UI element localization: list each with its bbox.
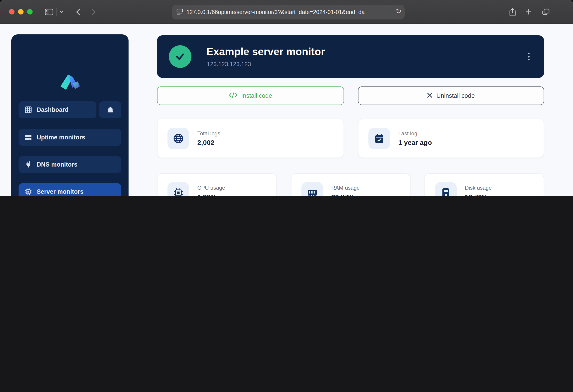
minimize-window-button[interactable] <box>18 9 23 15</box>
sidebar-item-dashboard[interactable]: Dashboard <box>18 101 96 118</box>
stat-last-log: Last log 1 year ago <box>358 119 544 158</box>
more-options-button[interactable] <box>525 51 532 62</box>
sidebar-item-dns-monitors[interactable]: DNS monitors <box>18 156 121 173</box>
sidebar-item-label: Uptime monitors <box>37 134 85 141</box>
page-title: Example server monitor <box>206 46 325 58</box>
chip-icon <box>167 182 189 196</box>
main-content: Example server monitor 123.123.123.123 I… <box>157 24 544 196</box>
stat-ram-usage: RAM usage 30.87% <box>291 173 411 196</box>
calendar-check-icon <box>368 127 390 149</box>
stat-total-logs: Total logs 2,002 <box>157 119 344 158</box>
sidebar-item-label: Server monitors <box>37 188 84 195</box>
zoom-window-button[interactable] <box>27 9 33 15</box>
stat-disk-usage: Disk usage 16.70% <box>425 173 544 196</box>
stat-cpu-usage: CPU usage 1.30% <box>157 173 277 196</box>
chip-icon <box>24 188 32 195</box>
stat-label: Disk usage <box>465 185 492 191</box>
server-stack-icon <box>24 134 32 141</box>
stat-value: 1 year ago <box>398 139 432 146</box>
share-icon[interactable] <box>506 6 519 18</box>
stat-value: 30.87% <box>331 193 359 196</box>
stat-label: Total logs <box>197 130 220 137</box>
stat-label: Last log <box>398 130 432 137</box>
tab-overview-icon[interactable] <box>539 6 552 18</box>
forward-button[interactable] <box>87 6 100 18</box>
reload-icon[interactable]: ↻ <box>396 7 401 15</box>
stat-label: CPU usage <box>197 185 225 191</box>
status-up-icon <box>169 45 192 68</box>
install-code-button[interactable]: Install code <box>157 87 344 105</box>
globe-icon <box>167 127 189 149</box>
sidebar-item-uptime-monitors[interactable]: Uptime monitors <box>18 129 121 146</box>
uninstall-code-button[interactable]: Uninstall code <box>358 87 544 105</box>
monitor-ip: 123.123.123.123 <box>207 61 251 68</box>
sidebar-item-label: DNS monitors <box>37 161 77 168</box>
address-bar[interactable]: 127.0.0.1/66uptime/server-monitor/3?&sta… <box>172 5 405 19</box>
back-button[interactable] <box>72 6 84 18</box>
memory-icon <box>302 182 323 196</box>
stat-value: 1.30% <box>197 193 225 196</box>
page-settings-icon[interactable] <box>177 8 183 16</box>
sidebar-item-server-monitors[interactable]: Server monitors <box>18 183 121 196</box>
stat-label: RAM usage <box>331 185 359 191</box>
browser-window: 127.0.0.1/66uptime/server-monitor/3?&sta… <box>0 0 573 196</box>
hard-drive-icon <box>435 182 457 196</box>
stat-value: 16.70% <box>465 193 492 196</box>
sidebar-item-label: Dashboard <box>37 106 69 113</box>
chevron-down-icon[interactable] <box>56 6 66 18</box>
monitor-header-card: Example server monitor 123.123.123.123 <box>157 35 544 78</box>
grid-icon <box>24 106 32 113</box>
screenshot-stage: 127.0.0.1/66uptime/server-monitor/3?&sta… <box>0 0 573 196</box>
plug-icon <box>24 161 32 168</box>
sidebar-toggle-icon[interactable] <box>43 6 55 18</box>
browser-toolbar: 127.0.0.1/66uptime/server-monitor/3?&sta… <box>0 0 573 24</box>
app-logo[interactable] <box>11 73 128 92</box>
close-window-button[interactable] <box>9 9 15 15</box>
notifications-button[interactable] <box>99 101 121 118</box>
sidebar: Dashboard Uptime monitors <box>11 35 128 196</box>
url-fade <box>371 5 389 19</box>
close-icon <box>427 92 432 99</box>
bell-icon <box>107 106 114 113</box>
code-icon <box>229 92 237 99</box>
new-tab-icon[interactable] <box>522 6 535 18</box>
stat-value: 2,002 <box>197 139 220 146</box>
